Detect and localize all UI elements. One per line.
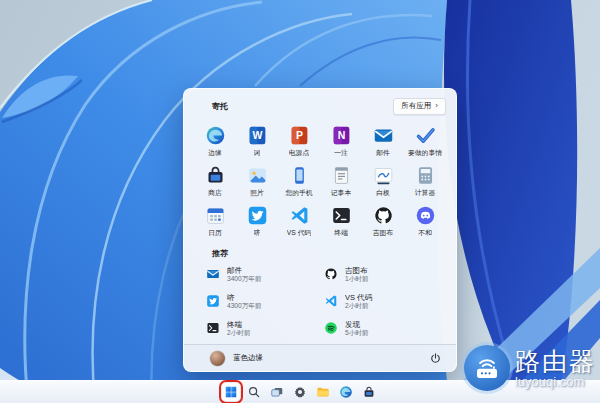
app-tile[interactable]: 要做的事情 [404, 125, 446, 159]
start-menu-footer: 蓝色边缘 [184, 344, 456, 371]
app-tile[interactable]: N一注 [320, 125, 362, 159]
app-tile[interactable]: 照片 [236, 165, 278, 199]
recommended-item[interactable]: VS 代码2小时前 [324, 290, 442, 312]
recommended-item-timestamp: 2小时前 [227, 329, 250, 337]
app-label: 记事本 [331, 188, 351, 198]
watermark: 路由器 luyouqi.com [464, 345, 596, 391]
user-avatar[interactable] [210, 351, 225, 366]
all-apps-label: 所有应用 [401, 101, 431, 111]
app-label: 计算器 [415, 188, 435, 198]
recommended-item[interactable]: 终端2小时前 [206, 317, 324, 339]
taskbar-task-view-button[interactable] [268, 383, 286, 401]
chevron-right-icon: › [435, 102, 438, 110]
app-label: 日历 [208, 228, 222, 238]
explorer-icon [316, 385, 330, 399]
watermark-text: 路由器 luyouqi.com [515, 349, 596, 388]
recommended-items-grid: 邮件3400万年前吉图布1小时前哜4300万年前VS 代码2小时前终端2小时前发… [184, 263, 456, 339]
app-tile[interactable]: 商店 [194, 165, 236, 199]
recommended-item-timestamp: 1小时前 [345, 275, 368, 283]
win-start-icon [224, 385, 238, 399]
taskbar-start-button[interactable] [222, 383, 240, 401]
svg-text:N: N [337, 129, 345, 141]
recommended-item-timestamp: 4300万年前 [227, 302, 261, 310]
app-tile[interactable]: 您的手机 [278, 165, 320, 199]
twitter-icon [206, 294, 220, 308]
calendar-icon [205, 205, 226, 226]
app-tile[interactable]: 哜 [236, 205, 278, 239]
app-tile[interactable]: 吉图布 [362, 205, 404, 239]
spotify-icon [324, 321, 338, 335]
user-name-label: 蓝色边缘 [233, 353, 263, 363]
github-icon [373, 205, 394, 226]
app-tile[interactable]: 边缘 [194, 125, 236, 159]
app-tile[interactable]: 不和 [404, 205, 446, 239]
recommended-item-timestamp: 2小时前 [345, 302, 372, 310]
taskbar-edge-button[interactable] [337, 383, 355, 401]
app-label: VS 代码 [287, 228, 312, 238]
settings-icon [293, 385, 307, 399]
app-tile[interactable]: 记事本 [320, 165, 362, 199]
twitter-icon [247, 205, 268, 226]
word-icon: W [247, 125, 268, 146]
power-button[interactable] [429, 352, 442, 365]
start-menu-header: 寄托 所有应用 › [184, 89, 456, 113]
start-menu-panel: 寄托 所有应用 › 边缘W词P电源点N一注邮件要做的事情商店照片您的手机记事本白… [183, 88, 457, 372]
pinned-apps-grid: 边缘W词P电源点N一注邮件要做的事情商店照片您的手机记事本白板计算器日历哜VS … [184, 113, 456, 239]
all-apps-button[interactable]: 所有应用 › [393, 98, 446, 115]
app-label: 邮件 [376, 148, 390, 158]
app-tile[interactable]: P电源点 [278, 125, 320, 159]
terminal-icon [331, 205, 352, 226]
app-label: 词 [254, 148, 261, 158]
app-tile[interactable]: 计算器 [404, 165, 446, 199]
app-tile[interactable]: VS 代码 [278, 205, 320, 239]
recommended-item-timestamp: 5小时前 [345, 329, 368, 337]
recommended-item[interactable]: 哜4300万年前 [206, 290, 324, 312]
recommended-item-title: VS 代码 [345, 293, 372, 302]
notepad-icon [331, 165, 352, 186]
github-icon [324, 267, 338, 281]
svg-text:P: P [295, 129, 302, 141]
photos-icon [247, 165, 268, 186]
app-tile[interactable]: 白板 [362, 165, 404, 199]
app-tile[interactable]: 邮件 [362, 125, 404, 159]
router-icon [464, 345, 510, 391]
taskview-icon [270, 385, 284, 399]
taskbar-settings-button[interactable] [291, 383, 309, 401]
calculator-icon [415, 165, 436, 186]
recommended-item-title: 哜 [227, 293, 261, 302]
watermark-title: 路由器 [515, 349, 596, 374]
app-tile[interactable]: 日历 [194, 205, 236, 239]
todo-icon [415, 125, 436, 146]
recommended-item-title: 终端 [227, 320, 250, 329]
app-label: 商店 [208, 188, 222, 198]
vscode-icon [324, 294, 338, 308]
app-label: 不和 [418, 228, 432, 238]
app-label: 要做的事情 [408, 148, 442, 158]
taskbar-file-explorer-button[interactable] [314, 383, 332, 401]
recommended-item[interactable]: 发现5小时前 [324, 317, 442, 339]
terminal-icon [206, 321, 220, 335]
pinned-section-title: 寄托 [212, 101, 228, 112]
app-label: 哜 [254, 228, 261, 238]
mail-icon [206, 267, 220, 281]
app-tile[interactable]: W词 [236, 125, 278, 159]
app-label: 照片 [250, 188, 264, 198]
vscode-icon [289, 205, 310, 226]
taskbar-search-button[interactable] [245, 383, 263, 401]
app-label: 边缘 [208, 148, 222, 158]
app-tile[interactable]: 终端 [320, 205, 362, 239]
recommended-item-title: 发现 [345, 320, 368, 329]
recommended-item[interactable]: 吉图布1小时前 [324, 263, 442, 285]
whiteboard-icon [373, 165, 394, 186]
bag-icon [362, 385, 376, 399]
recommended-item-title: 吉图布 [345, 266, 368, 275]
app-label: 吉图布 [373, 228, 393, 238]
onenote-icon: N [331, 125, 352, 146]
mail-icon [373, 125, 394, 146]
edge-icon [339, 385, 353, 399]
taskbar-store-button[interactable] [360, 383, 378, 401]
watermark-url: luyouqi.com [515, 375, 596, 388]
phone-icon [289, 165, 310, 186]
recommended-item[interactable]: 邮件3400万年前 [206, 263, 324, 285]
app-label: 您的手机 [285, 188, 312, 198]
